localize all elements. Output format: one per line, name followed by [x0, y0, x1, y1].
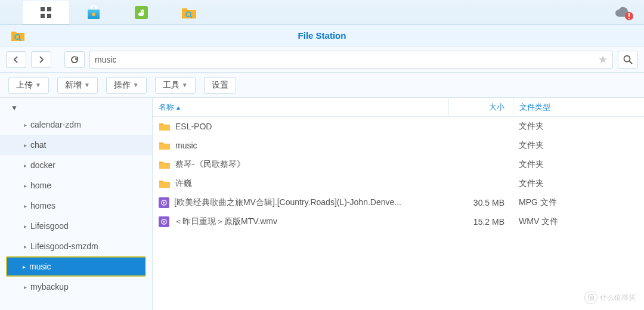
chevron-down-icon: ▼ [84, 82, 90, 88]
expand-icon: ▸ [23, 264, 26, 270]
folder-icon [159, 141, 171, 150]
sidebar-item-calendar-zdm[interactable]: ▸calendar-zdm [0, 114, 152, 135]
file-row[interactable]: ＜昨日重现＞原版MTV.wmv15.2 MBWMV 文件 [153, 212, 644, 231]
path-input[interactable] [95, 55, 598, 64]
file-type: 文件夹 [513, 117, 644, 136]
expand-icon: ▸ [24, 243, 27, 250]
refresh-button[interactable] [64, 51, 85, 68]
main-area: ▼ ▸calendar-zdm▸chat▸docker▸home▸homes▸L… [0, 98, 644, 310]
taskbar-music-app[interactable] [118, 1, 165, 24]
file-name: [欧美经典歌曲之旅MV合辑].[Country.Roads](L)-John.D… [174, 197, 401, 208]
file-row[interactable]: 蔡琴-《民歌蔡琴》文件夹 [153, 155, 644, 174]
search-icon [623, 55, 633, 64]
grid-icon [39, 6, 52, 19]
taskbar-package-center[interactable] [70, 1, 117, 24]
path-row: ★ [0, 46, 644, 73]
file-size [448, 117, 513, 136]
sidebar-item-homes[interactable]: ▸homes [0, 196, 152, 216]
svg-rect-1 [47, 7, 51, 11]
btn-label: 上传 [16, 80, 33, 91]
favorite-star-icon[interactable]: ★ [598, 53, 608, 66]
file-size: 30.5 MB [448, 193, 513, 212]
file-size [448, 136, 513, 155]
watermark-text: 什么值得买 [600, 293, 636, 303]
sidebar-item-music[interactable]: ▸music [6, 256, 146, 277]
upload-button[interactable]: 上传▼ [8, 77, 49, 94]
search-button[interactable] [618, 51, 638, 69]
file-row[interactable]: ESL-POD文件夹 [153, 117, 644, 136]
settings-button[interactable]: 设置 [204, 77, 236, 94]
sidebar-item-label: Lifeisgood [30, 221, 69, 231]
sidebar-item-home[interactable]: ▸home [0, 175, 152, 196]
svg-rect-11 [628, 13, 630, 17]
bag-icon [85, 5, 102, 20]
file-type: 文件夹 [513, 155, 644, 174]
column-header-row: 名称▲ 大小 文件类型 [153, 98, 644, 117]
toolbar: 上传▼ 新增▼ 操作▼ 工具▼ 设置 [0, 73, 644, 98]
sidebar-item-label: calendar-zdm [30, 120, 81, 129]
folder-icon [159, 160, 171, 169]
file-name: 许巍 [175, 178, 192, 189]
taskbar-apps[interactable] [23, 1, 69, 24]
sidebar-item-Lifeisgood-smzdm[interactable]: ▸Lifeisgood-smzdm [0, 236, 152, 256]
expand-icon: ▸ [24, 182, 27, 189]
svg-rect-3 [47, 14, 51, 18]
nav-forward-button[interactable] [31, 51, 51, 68]
sidebar-item-label: Lifeisgood-smzdm [30, 241, 98, 251]
watermark-icon: 值 [584, 291, 597, 304]
tree-collapse-icon[interactable]: ▼ [8, 101, 20, 114]
tools-button[interactable]: 工具▼ [155, 77, 196, 94]
file-list: 名称▲ 大小 文件类型 ESL-POD文件夹music文件夹蔡琴-《民歌蔡琴》文… [153, 98, 644, 310]
expand-icon: ▸ [24, 142, 27, 148]
sidebar-item-mybackup[interactable]: ▸mybackup [0, 277, 152, 297]
video-icon [159, 197, 169, 208]
nav-back-button[interactable] [6, 51, 26, 68]
file-size [448, 174, 513, 193]
svg-point-15 [624, 55, 630, 61]
file-type: 文件夹 [513, 136, 644, 155]
chevron-right-icon [38, 56, 44, 63]
window-icon [11, 29, 25, 42]
file-type: 文件夹 [513, 174, 644, 193]
column-name[interactable]: 名称▲ [153, 102, 448, 113]
sidebar-item-label: homes [30, 201, 55, 210]
column-type[interactable]: 文件类型 [513, 98, 644, 116]
chevron-down-icon: ▼ [133, 82, 139, 88]
sidebar-item-chat[interactable]: ▸chat [0, 135, 152, 155]
btn-label: 新增 [65, 80, 82, 91]
sidebar: ▼ ▸calendar-zdm▸chat▸docker▸home▸homes▸L… [0, 98, 153, 310]
file-name: ESL-POD [175, 122, 212, 131]
create-button[interactable]: 新增▼ [57, 77, 98, 94]
file-size [448, 155, 513, 174]
svg-rect-12 [628, 18, 630, 19]
expand-icon: ▸ [24, 122, 27, 128]
sort-asc-icon: ▲ [175, 104, 181, 111]
file-type: MPG 文件 [513, 193, 644, 212]
chevron-down-icon: ▼ [182, 82, 188, 88]
cloud-status-icon[interactable] [613, 6, 633, 20]
taskbar-file-station[interactable] [166, 1, 212, 24]
expand-icon: ▸ [24, 162, 27, 169]
file-row[interactable]: [欧美经典歌曲之旅MV合辑].[Country.Roads](L)-John.D… [153, 193, 644, 212]
file-row[interactable]: 许巍文件夹 [153, 174, 644, 193]
btn-label: 操作 [114, 80, 131, 91]
sidebar-item-label: docker [30, 160, 55, 170]
file-type: WMV 文件 [513, 212, 644, 231]
folder-search-icon [181, 5, 197, 20]
refresh-icon [70, 55, 79, 64]
svg-line-16 [630, 61, 633, 64]
svg-point-6 [92, 13, 95, 16]
sidebar-item-docker[interactable]: ▸docker [0, 155, 152, 175]
expand-icon: ▸ [24, 223, 27, 230]
window-title: File Station [298, 30, 346, 41]
action-button[interactable]: 操作▼ [106, 77, 147, 94]
path-input-wrap: ★ [89, 51, 613, 69]
file-row[interactable]: music文件夹 [153, 136, 644, 155]
watermark: 值 什么值得买 [584, 291, 636, 304]
column-size[interactable]: 大小 [448, 98, 513, 116]
expand-icon: ▸ [24, 284, 27, 290]
chevron-down-icon: ▼ [35, 82, 41, 88]
file-name: music [175, 141, 197, 150]
sidebar-item-Lifeisgood[interactable]: ▸Lifeisgood [0, 216, 152, 236]
folder-icon [159, 122, 171, 131]
